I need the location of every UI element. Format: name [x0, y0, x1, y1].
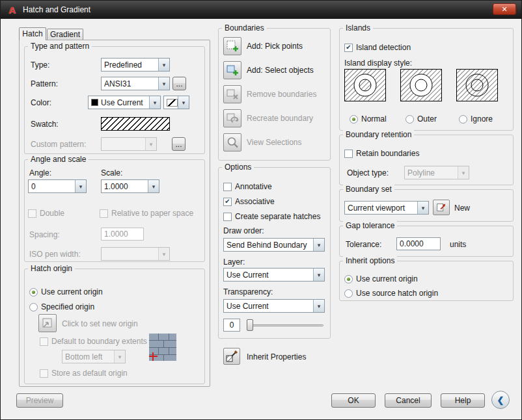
remove-boundaries-label: Remove boundaries [247, 90, 316, 99]
close-button[interactable]: ✕ [493, 3, 516, 15]
cancel-button[interactable]: Cancel [385, 393, 432, 408]
draw-order-value: Send Behind Boundary [224, 241, 313, 250]
island-detection-checkbox[interactable]: ✔ Island detection [344, 43, 411, 52]
options-legend: Options [222, 163, 254, 172]
inherit-properties-button[interactable] [223, 348, 240, 365]
units-label: units [450, 240, 466, 249]
view-selections-button [223, 133, 241, 151]
retain-boundaries-checkbox[interactable]: Retain boundaries [344, 149, 419, 158]
inherit-properties-label[interactable]: Inherit Properties [247, 352, 306, 361]
iso-pen-width-select: ▾ [101, 247, 170, 261]
island-ignore-radio[interactable]: Ignore [459, 114, 493, 124]
specified-origin-radio[interactable]: Specified origin [29, 302, 94, 311]
collapse-dialog-button[interactable]: ❮ [491, 391, 510, 409]
autocad-logo-icon: A [6, 5, 19, 16]
checkbox-icon [40, 369, 48, 378]
chevron-down-icon: ▾ [178, 96, 189, 109]
chevron-down-icon: ▾ [148, 180, 159, 192]
double-label: Double [40, 209, 64, 218]
checkbox-icon [223, 183, 232, 191]
recreate-boundary-label: Recreate boundary [247, 114, 313, 123]
transparency-value: Use Current [224, 302, 313, 311]
spacing-field: 1.0000 [101, 228, 144, 241]
checkbox-icon [100, 209, 108, 218]
new-boundary-set-button[interactable] [433, 200, 450, 215]
type-select[interactable]: Predefined ▾ [101, 58, 170, 72]
object-type-label: Object type: [347, 168, 389, 177]
relative-to-paper-space-checkbox: Relative to paper space [100, 209, 193, 218]
draw-order-label: Draw order: [223, 226, 264, 235]
boundary-set-select[interactable]: Current viewport ▾ [344, 201, 429, 215]
use-current-origin-radio[interactable]: Use current origin [29, 287, 103, 296]
pattern-browse-button[interactable]: ... [172, 77, 186, 90]
iso-pen-width-label: ISO pen width: [29, 250, 81, 259]
radio-selected-icon [344, 275, 353, 283]
draw-order-select[interactable]: Send Behind Boundary ▾ [223, 238, 325, 252]
transparency-select[interactable]: Use Current ▾ [223, 299, 325, 313]
create-separate-hatches-label: Create separate hatches [235, 212, 320, 221]
chevron-down-icon: ▾ [458, 166, 469, 179]
tolerance-field[interactable]: 0.0000 [396, 237, 441, 250]
boundary-retention-legend: Boundary retention [343, 130, 414, 139]
ok-button[interactable]: OK [331, 393, 376, 408]
inherit-options-legend: Inherit options [343, 256, 397, 265]
add-pick-points-button[interactable] [223, 37, 241, 55]
scale-value: 1.0000 [102, 182, 148, 191]
layer-label: Layer: [223, 257, 245, 267]
hatch-origin-legend: Hatch origin [28, 264, 75, 273]
use-current-origin-label: Use current origin [41, 287, 103, 296]
chevron-down-icon: ▾ [417, 202, 428, 214]
transparency-slider[interactable] [247, 319, 323, 332]
create-separate-hatches-checkbox[interactable]: Create separate hatches [223, 212, 320, 221]
island-normal-radio[interactable]: Normal [350, 114, 387, 124]
color-select[interactable]: Use Current ▾ [88, 96, 161, 109]
transparency-amount-field[interactable]: 0 [223, 319, 240, 332]
tab-gradient[interactable]: Gradient [47, 29, 83, 40]
inherit-use-source-origin-radio[interactable]: Use source hatch origin [344, 289, 438, 298]
associative-checkbox[interactable]: ✔ Associative [223, 197, 275, 206]
scale-select[interactable]: 1.0000 ▾ [101, 179, 159, 193]
remove-boundaries-icon [226, 88, 239, 101]
inherit-use-current-origin-radio[interactable]: Use current origin [344, 274, 418, 283]
slider-thumb[interactable] [247, 319, 253, 331]
titlebar[interactable]: A Hatch and Gradient ✕ [1, 1, 521, 19]
checkbox-checked-icon: ✔ [344, 44, 353, 52]
add-select-objects-label[interactable]: Add: Select objects [247, 66, 314, 75]
pattern-select[interactable]: ANSI31 ▾ [101, 77, 170, 90]
chevron-down-icon: ▾ [313, 300, 324, 312]
island-style-normal-image[interactable] [344, 69, 386, 104]
tab-hatch[interactable]: Hatch [19, 27, 46, 40]
preview-button[interactable]: Preview [16, 393, 63, 408]
radio-icon [344, 289, 353, 298]
chevron-down-icon: ▾ [158, 77, 169, 90]
view-selections-icon [226, 136, 239, 149]
pattern-select-value: ANSI31 [102, 79, 158, 88]
angle-select[interactable]: 0 ▾ [28, 179, 87, 193]
island-style-ignore-image[interactable] [456, 69, 498, 104]
new-boundary-set-icon [435, 202, 447, 213]
color-label: Color: [31, 98, 51, 107]
island-normal-icon [344, 69, 386, 101]
chevron-down-icon: ▾ [114, 350, 125, 363]
island-ignore-icon [456, 69, 498, 101]
island-style-outer-image[interactable] [400, 69, 442, 104]
add-pick-points-label[interactable]: Add: Pick points [247, 42, 303, 51]
object-type-value: Polyline [405, 168, 458, 177]
island-outer-radio[interactable]: Outer [405, 114, 437, 124]
custom-pattern-label: Custom pattern: [31, 140, 86, 149]
custom-pattern-browse-button[interactable]: ... [172, 137, 185, 151]
layer-value: Use Current [224, 270, 313, 280]
retain-boundaries-label: Retain boundaries [356, 149, 419, 158]
pattern-swatch-preview[interactable] [101, 117, 170, 131]
transparency-label: Transparency: [223, 287, 273, 296]
add-select-objects-button[interactable] [223, 61, 241, 79]
chevron-down-icon: ▾ [158, 59, 169, 71]
layer-select[interactable]: Use Current ▾ [223, 268, 325, 282]
window-title: Hatch and Gradient [23, 5, 90, 14]
store-default-origin-label: Store as default origin [51, 369, 128, 378]
help-button[interactable]: Help [441, 393, 485, 408]
associative-label: Associative [235, 197, 275, 206]
angle-and-scale-legend: Angle and scale [28, 155, 89, 164]
background-color-select[interactable]: ▾ [163, 96, 189, 109]
annotative-checkbox[interactable]: Annotative [223, 182, 272, 191]
